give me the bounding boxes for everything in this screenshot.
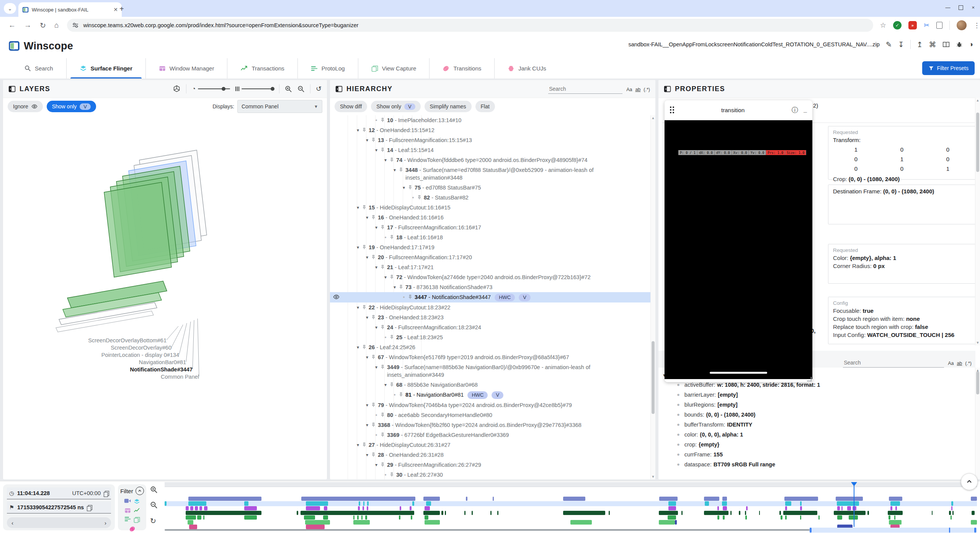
hierarchy-node-12[interactable]: ▾12 - OneHanded:15:15#12	[330, 125, 651, 135]
ime-track-entry[interactable]	[353, 515, 354, 520]
surfaceflinger-track-entry[interactable]	[426, 501, 431, 506]
hierarchy-node-18[interactable]: •18 - Leaf:16:16#18	[330, 232, 651, 242]
viewcapture-track-entry[interactable]	[305, 520, 330, 525]
spacing-slider[interactable]	[235, 87, 274, 91]
hierarchy-node-68[interactable]: ▾68 - 885b63e NavigationBar0#68	[330, 380, 651, 390]
window-minimize-button[interactable]: —	[945, 5, 950, 10]
expand-arrow-icon[interactable]: ▾	[373, 224, 380, 231]
extensions-icon[interactable]	[936, 22, 942, 29]
collapse-timeline-button[interactable]	[961, 473, 978, 490]
surfaceflinger-track-entry[interactable]	[890, 501, 900, 506]
surfaceflinger-track-entry[interactable]	[306, 501, 328, 506]
timeline-reset-zoom-icon[interactable]: ↻	[150, 517, 158, 525]
protolog-track-entry[interactable]	[441, 511, 443, 515]
transactions-track-entry[interactable]	[301, 497, 415, 501]
pin-icon[interactable]	[407, 293, 415, 300]
hierarchy-node-82[interactable]: •82 - StatusBar#82	[330, 193, 651, 203]
windowmanager-track-entry[interactable]	[358, 506, 360, 510]
transactions-track-entry[interactable]	[659, 497, 678, 501]
windowmanager-track-entry[interactable]	[668, 506, 676, 510]
protolog-track-entry[interactable]	[490, 511, 492, 515]
protolog-track-entry[interactable]	[952, 511, 954, 515]
ime-track-entry[interactable]	[361, 515, 363, 520]
ime-track-entry[interactable]	[365, 515, 367, 520]
transactions-track-entry[interactable]	[493, 497, 494, 501]
layers-3d-view[interactable]: ScreenDecorOverlayBottom#61 ScreenDecorO…	[3, 115, 327, 479]
protolog-track-entry[interactable]	[783, 511, 817, 515]
hierarchy-node-81[interactable]: •81 - NavigationBar0#81HWCV	[330, 390, 651, 400]
ime-track-entry[interactable]	[717, 515, 719, 520]
transactions-track-entry[interactable]	[704, 497, 719, 501]
bookmark-star-icon[interactable]: ☆	[880, 21, 886, 29]
surfaceflinger-track-entry[interactable]	[367, 501, 369, 506]
surfaceflinger-track-entry[interactable]	[722, 501, 727, 506]
expand-arrow-icon[interactable]: ▾	[354, 304, 361, 311]
pin-icon[interactable]	[380, 263, 387, 270]
protolog-track-entry[interactable]	[867, 511, 869, 515]
back-icon[interactable]: ←	[8, 21, 16, 29]
hierarchy-scrollbar[interactable]: ▲ ▼	[650, 115, 655, 479]
protolog-track-entry[interactable]	[186, 511, 261, 515]
surfaceflinger-track-entry[interactable]	[668, 501, 676, 506]
pin-icon[interactable]	[361, 126, 369, 133]
resize-handle[interactable]	[807, 377, 812, 381]
pin-icon[interactable]	[389, 156, 396, 163]
surfaceflinger-track-entry[interactable]	[188, 501, 206, 506]
protolog-track-entry[interactable]	[497, 511, 498, 515]
surfaceflinger-track-entry[interactable]	[785, 501, 791, 506]
hierarchy-node-72[interactable]: ▾72 - WindowToken{a2746de type=2040 andr…	[330, 272, 651, 282]
pin-icon[interactable]	[361, 204, 369, 210]
reset-view-icon[interactable]: ↺	[316, 85, 322, 93]
expand-arrow-icon[interactable]: ▾	[364, 314, 371, 321]
windowmanager-track-entry[interactable]	[746, 506, 748, 510]
zoom-out-icon[interactable]	[297, 85, 305, 93]
hierarchy-node-22[interactable]: ▾22 - HideDisplayCutout:18:23#22	[330, 302, 651, 312]
protolog-track-entry[interactable]	[423, 511, 440, 515]
show-diff-chip[interactable]: Show diff	[335, 101, 367, 112]
ime-track-entry[interactable]	[837, 515, 842, 520]
pin-icon[interactable]	[389, 273, 396, 280]
surfaceflinger-track-entry[interactable]	[244, 501, 248, 506]
protolog-track-entry[interactable]	[730, 511, 732, 515]
hierarchy-node-28[interactable]: ▾28 - OneHanded:26:31#28	[330, 450, 651, 460]
hierarchy-node-21[interactable]: ▾21 - Leaf:17:17#21	[330, 262, 651, 272]
hierarchy-node-23[interactable]: ▾23 - OneHanded:18:23#23	[330, 312, 651, 322]
pin-icon[interactable]	[371, 253, 378, 260]
expand-arrow-icon[interactable]: ▾	[354, 204, 361, 211]
ime-track-entry[interactable]	[785, 515, 787, 520]
ime-track-entry[interactable]	[849, 515, 858, 520]
expand-arrow-icon[interactable]: ▾	[382, 273, 389, 281]
tab-transactions[interactable]: Transactions	[227, 58, 297, 78]
pin-icon[interactable]	[380, 324, 387, 330]
properties-scrollbar[interactable]: ▲ ▼	[975, 98, 980, 345]
pin-icon[interactable]	[371, 214, 378, 220]
transactions-track-entry[interactable]	[188, 497, 261, 501]
ime-track-entry[interactable]	[894, 515, 895, 520]
windowmanager-track-entry[interactable]	[841, 506, 843, 510]
hierarchy-node-30[interactable]: •30 - Leaf:26:27#30	[330, 470, 651, 479]
expand-arrow-icon[interactable]: ▾	[373, 363, 380, 371]
windowmanager-track-entry[interactable]	[410, 506, 412, 510]
properties-search-input[interactable]	[843, 358, 944, 368]
ignore-chip[interactable]: Ignore	[8, 101, 43, 112]
expand-arrow-icon[interactable]: ▾	[391, 166, 398, 174]
pin-icon[interactable]	[380, 146, 387, 153]
hierarchy-node-75[interactable]: ▾75 - ed70f88 StatusBar#75	[330, 183, 651, 193]
transitions-track-entry[interactable]	[306, 525, 325, 529]
collapse-filter-icon[interactable]	[136, 487, 144, 495]
hierarchy-node-26[interactable]: ▾26 - Leaf:24:25#26	[330, 342, 651, 352]
windowmanager-track-entry[interactable]	[895, 506, 897, 510]
surfaceflinger-track-entry[interactable]	[165, 501, 167, 506]
transactions-track-entry[interactable]	[971, 497, 977, 501]
hierarchy-node-14[interactable]: ▾14 - Leaf:15:15#14	[330, 145, 651, 155]
transactions-track-entry[interactable]	[722, 497, 727, 501]
hierarchy-node-25[interactable]: •25 - Leaf:18:23#25	[330, 332, 651, 342]
window-icon[interactable]	[124, 507, 131, 514]
edit-icon[interactable]: ✎	[886, 40, 892, 49]
minimap-track[interactable]	[165, 529, 810, 531]
windowmanager-track-entry[interactable]	[306, 506, 320, 510]
windowmanager-track-entry[interactable]	[199, 506, 202, 510]
transition-preview-card[interactable]: transition ⓘ _ P: 0 / 1dX: 0.0dY: 0.0Xv:…	[665, 100, 812, 382]
expand-arrow-icon[interactable]: ▾	[364, 451, 371, 459]
visibility-eye-icon[interactable]	[333, 294, 340, 300]
